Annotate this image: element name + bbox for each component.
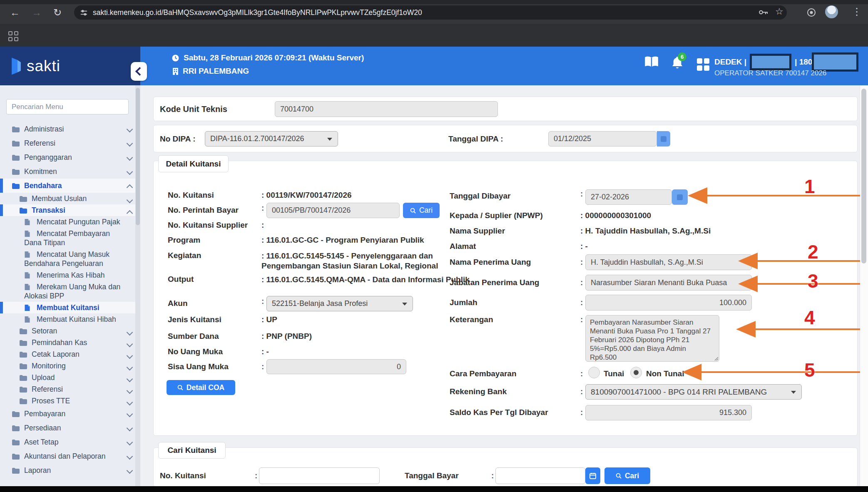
sidebar-item-membuat-kuitansi[interactable]: Membuat Kuitansi xyxy=(0,302,140,313)
tanggal-dipa-calendar-button[interactable] xyxy=(657,131,670,147)
textarea-resize-grip[interactable] xyxy=(714,356,719,361)
forward-icon[interactable]: → xyxy=(32,7,42,18)
rekening-bank-select[interactable]: 8100907001471000 - BPG 014 RRI PALEMBANG xyxy=(585,384,802,400)
sidebar-item-pemindahan-kas[interactable]: Pemindahan Kas xyxy=(0,337,140,348)
book-icon[interactable] xyxy=(644,56,659,68)
keterangan-textarea[interactable]: Pembayaran Narasumber Siaran Menanti Buk… xyxy=(585,315,719,362)
annotation-number-5: 5 xyxy=(804,359,815,381)
colon: : xyxy=(580,258,583,267)
profile-avatar[interactable] xyxy=(825,5,838,18)
sidebar-scrollbar[interactable] xyxy=(135,85,140,486)
sidebar-item-setoran[interactable]: Setoran xyxy=(0,325,140,337)
cari-tanggal-calendar-button[interactable] xyxy=(585,467,600,484)
notification-bell-icon[interactable]: 6 xyxy=(671,56,684,70)
sidebar-item-transaksi[interactable]: Transaksi xyxy=(0,204,140,216)
sidebar-item-bendahara[interactable]: Bendahara xyxy=(0,179,140,193)
building-icon xyxy=(172,67,179,75)
colon: : xyxy=(261,362,264,371)
no-dipa-value: DIPA-116.01.2.700147/2026 xyxy=(210,134,304,143)
back-icon[interactable]: ← xyxy=(10,7,20,18)
cari-no-kuitansi-input[interactable] xyxy=(259,467,380,484)
cari-tanggal-bayar-input[interactable] xyxy=(495,467,585,484)
sidebar-item-mencatat-pungutan-pajak[interactable]: Mencatat Pungutan Pajak xyxy=(0,216,140,228)
sidebar-item-referensi[interactable]: Referensi xyxy=(0,383,140,395)
bookmarks-bar xyxy=(0,24,868,47)
sidebar-item-referensi[interactable]: Referensi xyxy=(0,136,140,150)
sidebar-item-upload[interactable]: Upload xyxy=(0,372,140,383)
no-perintah-bayar-input[interactable] xyxy=(266,203,400,218)
sidebar-item-persediaan[interactable]: Persediaan xyxy=(0,421,140,435)
bookmark-star-icon[interactable]: ☆ xyxy=(775,6,783,17)
annotation-number-1: 1 xyxy=(804,175,815,198)
sidebar-item-aset-tetap[interactable]: Aset Tetap xyxy=(0,435,140,449)
tab-detail-kuitansi[interactable]: Detail Kuitansi xyxy=(158,155,229,172)
address-bar[interactable]: sakti.kemenkeu.go.id/BaHMQSxavswvOg3pMIL… xyxy=(74,5,787,20)
sidebar-item-membuat-kuitansi-hibah[interactable]: Membuat Kuitansi Hibah xyxy=(0,313,140,325)
jabatan-penerima-input[interactable] xyxy=(585,275,752,291)
chevron-down-icon xyxy=(127,197,133,204)
annotation-line-5 xyxy=(701,371,860,373)
sidebar-item-penganggaran[interactable]: Penganggaran xyxy=(0,150,140,164)
akun-select[interactable]: 522151-Belanja Jasa Profesi xyxy=(266,296,413,311)
jabatan-penerima-label: Jabatan Penerima Uang xyxy=(450,278,539,287)
tanggal-dibayar-calendar-button[interactable] xyxy=(672,189,688,205)
sidebar-item-proses-tte[interactable]: Proses TTE xyxy=(0,395,140,407)
radio-tunai[interactable] xyxy=(588,367,600,378)
modules-grid-icon[interactable] xyxy=(697,58,709,71)
kode-unit-input[interactable] xyxy=(275,101,498,117)
saldo-kas-input[interactable] xyxy=(585,405,752,420)
reload-icon[interactable]: ↻ xyxy=(53,7,62,18)
chevron-up-icon xyxy=(127,210,133,217)
cari-perintah-bayar-button[interactable]: Cari xyxy=(403,203,440,218)
search-icon xyxy=(177,385,183,390)
sidebar-item-mencatat-uang-masuk-bendahara-pengeluaran[interactable]: Mencatat Uang Masuk Bendahara Pengeluara… xyxy=(0,248,140,269)
active-indicator-bar xyxy=(0,395,3,407)
search-input[interactable] xyxy=(6,99,129,114)
sidebar-item-monitoring[interactable]: Monitoring xyxy=(0,360,140,372)
sidebar-item-laporan[interactable]: Laporan xyxy=(0,463,140,477)
radio-tunai-label[interactable]: Tunai xyxy=(604,369,624,378)
cara-pembayaran-label: Cara Pembayaran xyxy=(450,369,517,378)
sisa-uang-muka-input[interactable] xyxy=(266,359,406,374)
tab-cari-kuitansi[interactable]: Cari Kuitansi xyxy=(158,442,226,459)
scrollbar-thumb[interactable] xyxy=(861,89,866,263)
sidebar-collapse-button[interactable] xyxy=(131,62,147,81)
sidebar-item-mencatat-pembayaran-dana-titipan[interactable]: Mencatat Pembayaran Dana Titipan xyxy=(0,228,140,248)
folder-icon xyxy=(12,126,20,133)
radio-non-tunai[interactable] xyxy=(630,367,642,378)
office-name-text: RRI PALEMBANG xyxy=(183,67,249,76)
sidebar-item-administrasi[interactable]: Administrasi xyxy=(0,122,140,136)
nama-supplier-value: H. Tajuddin Hasbullah, S.Ag.,M.Si xyxy=(580,226,711,236)
folder-icon xyxy=(12,154,20,161)
sidebar-item-merekam-uang-muka-dan-alokasi-bpp[interactable]: Merekam Uang Muka dan Alokasi BPP xyxy=(0,281,140,302)
file-icon xyxy=(24,251,32,258)
sidebar-item-komitmen[interactable]: Komitmen xyxy=(0,164,140,179)
jumlah-input[interactable] xyxy=(585,295,752,311)
apps-grid-icon[interactable] xyxy=(8,31,18,41)
nama-penerima-input[interactable] xyxy=(585,254,752,270)
detail-coa-button[interactable]: Detail COA xyxy=(167,380,235,395)
password-key-icon[interactable] xyxy=(759,10,769,15)
page-scrollbar[interactable] xyxy=(860,85,868,486)
kegiatan-label: Kegiatan xyxy=(168,251,201,260)
nama-penerima-label: Nama Penerima Uang xyxy=(450,258,531,267)
chevron-down-icon xyxy=(127,364,133,371)
browser-menu-icon[interactable]: ⋮ xyxy=(852,6,862,17)
extensions-icon[interactable] xyxy=(807,8,816,17)
radio-non-tunai-label[interactable]: Non Tunai xyxy=(646,369,684,378)
sidebar-item-akuntansi-dan-pelaporan[interactable]: Akuntansi dan Pelaporan xyxy=(0,449,140,463)
sidebar-item-pembayaran[interactable]: Pembayaran xyxy=(0,407,140,421)
sidebar-item-membuat-usulan[interactable]: Membuat Usulan xyxy=(0,193,140,204)
site-info-icon[interactable] xyxy=(80,9,88,17)
no-dipa-select[interactable]: DIPA-116.01.2.700147/2026 xyxy=(205,131,338,147)
sidebar-item-cetak-laporan[interactable]: Cetak Laporan xyxy=(0,348,140,360)
active-indicator-bar xyxy=(0,449,3,463)
sidebar-item-menerima-kas-hibah[interactable]: Menerima Kas Hibah xyxy=(0,269,140,281)
tanggal-dipa-input[interactable] xyxy=(548,131,657,147)
chevron-down-icon xyxy=(127,154,133,161)
cari-kuitansi-button[interactable]: Cari xyxy=(604,467,650,484)
active-indicator-bar xyxy=(0,435,3,449)
user-info[interactable]: DEDEK | | 18011 xyxy=(714,54,821,70)
tanggal-dibayar-input[interactable] xyxy=(585,189,672,205)
sidebar-item-label: Laporan xyxy=(24,466,51,475)
